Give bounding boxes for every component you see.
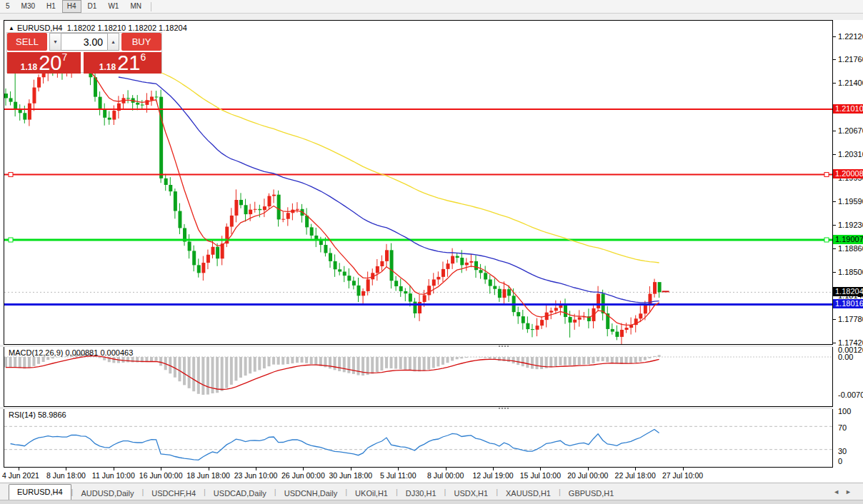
time-label: 27 Jul 10:00: [662, 471, 703, 480]
time-tick: [540, 468, 541, 470]
timeframe-toolbar: 5M30H1H4D1W1MN: [0, 0, 863, 14]
price-tick: [833, 83, 836, 84]
rsi-label: RSI(14) 58.9866: [9, 410, 66, 419]
time-tick: [446, 468, 447, 470]
macd-scale-label: -0.00707: [838, 390, 863, 399]
spinner-down-icon: ▾: [54, 39, 56, 45]
time-label: 4 Jun 2021: [2, 471, 39, 480]
rsi-scale-label: 30: [838, 447, 847, 455]
price-tick: [833, 59, 836, 60]
time-label: 30 Jun 18:00: [329, 471, 372, 480]
time-tick: [19, 468, 19, 470]
volume-input[interactable]: 3.00: [61, 33, 107, 51]
toolbar-gap: [0, 14, 863, 20]
time-tick: [351, 468, 351, 470]
time-label: 16 Jun 00:00: [139, 471, 183, 480]
time-tick: [209, 468, 209, 470]
quote-ohlc: 1.18202 1.18210 1.18202 1.18204: [67, 24, 187, 32]
rsi-canvas[interactable]: [4, 409, 832, 467]
collapse-arrow-icon[interactable]: ▲: [9, 25, 14, 31]
current-price-label: 1.18204: [833, 287, 863, 296]
timeframe-button-M30[interactable]: M30: [16, 0, 40, 13]
price-tick-label: 1.22120: [838, 32, 863, 41]
macd-indicator-panel[interactable]: MACD(12,26,9) 0.000881 0.000463: [4, 347, 833, 407]
price-tick: [833, 131, 836, 131]
timeframe-button-MN[interactable]: MN: [125, 0, 146, 13]
rsi-scale-label: 70: [838, 423, 847, 432]
spinner-up-icon: ▴: [111, 39, 114, 45]
price-tick: [833, 319, 836, 320]
line-price-label: 1.21010: [833, 104, 863, 114]
one-click-trading-panel: SELL ▾ 3.00 ▴ BUY 1.18207 1.18216: [6, 32, 162, 73]
timeframe-button-W1[interactable]: W1: [103, 0, 124, 13]
chart-tab-ukoil-h1[interactable]: UKOil,H1: [347, 486, 396, 500]
price-tick-label: 1.19230: [838, 221, 863, 229]
chart-tab-usdchf-h4[interactable]: USDCHF,H4: [144, 486, 204, 500]
timeframe-button-D1[interactable]: D1: [83, 0, 102, 13]
timeframe-button-H4[interactable]: H4: [62, 0, 81, 13]
price-tick-label: 1.19590: [838, 197, 863, 206]
price-tick: [833, 248, 836, 249]
chart-tab-eurusd-h4[interactable]: EURUSD,H4: [9, 484, 71, 500]
price-tick-label: 1.20670: [838, 126, 863, 135]
price-tick-label: 1.20310: [838, 150, 863, 158]
rsi-indicator-panel[interactable]: RSI(14) 58.9866: [4, 409, 833, 468]
time-tick: [398, 468, 399, 470]
time-label: 18 Jun 18:00: [186, 471, 230, 480]
time-tick: [683, 468, 684, 470]
price-tick-label: 1.21760: [838, 55, 863, 64]
quote-symbol: EURUSD,H4: [17, 24, 63, 32]
line-price-label: 1.20008: [833, 169, 863, 178]
price-tick-label: 1.18500: [838, 268, 863, 276]
volume-increase-button[interactable]: ▴: [107, 33, 119, 51]
time-tick: [66, 468, 66, 470]
chart-tab-audusd-daily[interactable]: AUDUSD,Daily: [73, 486, 141, 500]
tab-scroll-arrows[interactable]: ◄►: [833, 488, 857, 495]
time-tick: [256, 468, 256, 470]
chart-quote-header: ▲EURUSD,H4 1.18202 1.18210 1.18202 1.182…: [9, 24, 187, 32]
macd-label: MACD(12,26,9) 0.000881 0.000463: [9, 348, 133, 357]
chart-tab-gbpusd-h1[interactable]: GBPUSD,H1: [561, 486, 622, 500]
chart-tab-bar: EURUSD,H4|AUDUSD,Daily|USDCHF,H4|USDCAD,…: [0, 483, 863, 500]
sell-button[interactable]: SELL: [7, 33, 47, 51]
rsi-scale-label: 0: [838, 457, 842, 465]
time-label: 23 Jun 10:00: [234, 471, 278, 480]
time-label: 26 Jun 00:00: [281, 471, 325, 480]
chart-tab-xauusd-h1[interactable]: XAUUSD,H1: [498, 486, 559, 500]
time-axis[interactable]: 4 Jun 20218 Jun 18:0011 Jun 10:0016 Jun …: [0, 468, 863, 483]
time-tick: [635, 468, 636, 470]
time-tick: [303, 468, 304, 470]
time-tick: [114, 468, 114, 470]
price-tick-label: 1.18860: [838, 244, 863, 253]
buy-button[interactable]: BUY: [121, 33, 161, 51]
time-label: 20 Jul 00:00: [567, 471, 608, 480]
timeframe-button-H1[interactable]: H1: [41, 0, 61, 13]
time-label: 12 Jul 19:00: [472, 471, 513, 480]
time-label: 11 Jun 10:00: [92, 471, 135, 480]
sell-price-quote[interactable]: 1.18207: [7, 52, 81, 74]
price-tick: [833, 272, 836, 273]
price-tick: [833, 154, 836, 155]
rsi-scale-label: 100: [838, 407, 851, 415]
price-tick-label: 1.21400: [838, 79, 863, 87]
macd-scale-label: 0.00: [838, 353, 853, 361]
timeframe-button-5[interactable]: 5: [1, 0, 15, 13]
time-label: 22 Jul 18:00: [615, 471, 656, 480]
mt4-terminal: 5M30H1H4D1W1MN ▲EURUSD,H4 1.18202 1.1821…: [0, 0, 863, 504]
chart-tab-usdcad-daily[interactable]: USDCAD,Daily: [206, 486, 274, 500]
price-tick: [833, 36, 836, 37]
toolbar-separator: [151, 2, 151, 11]
chart-tab-dj30-h1[interactable]: DJ30,H1: [398, 486, 444, 500]
price-tick: [833, 201, 836, 202]
chart-tab-usdcnh-daily[interactable]: USDCNH,Daily: [276, 486, 346, 500]
main-chart-panel[interactable]: ▲EURUSD,H4 1.18202 1.18210 1.18202 1.182…: [4, 20, 833, 345]
time-label: 5 Jul 11:00: [380, 471, 416, 480]
buy-price-quote[interactable]: 1.18216: [84, 52, 161, 74]
price-tick-label: 1.17780: [838, 315, 863, 323]
volume-decrease-button[interactable]: ▾: [49, 33, 61, 51]
time-tick: [493, 468, 494, 470]
time-label: 8 Jun 18:00: [46, 471, 86, 480]
price-scale[interactable]: 1.221201.217601.214001.206701.203101.199…: [833, 20, 863, 468]
chart-tab-usdx-h1[interactable]: USDX,H1: [446, 486, 496, 500]
time-label: 15 Jul 10:00: [520, 471, 561, 480]
